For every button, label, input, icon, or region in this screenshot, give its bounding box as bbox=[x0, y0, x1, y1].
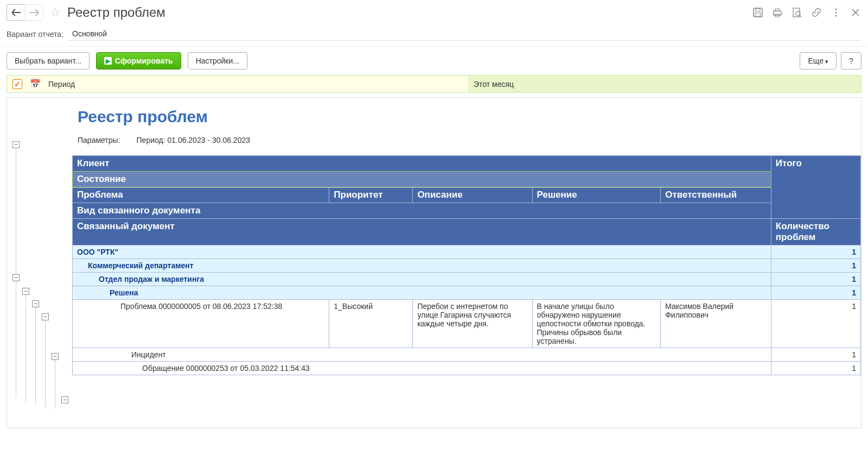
group-count: 1 bbox=[771, 273, 860, 286]
group-count: 1 bbox=[771, 362, 860, 375]
kebab-icon bbox=[834, 7, 838, 18]
group-row-linkeddoc[interactable]: Обращение 0000000253 от 05.03.2022 11:54… bbox=[73, 362, 861, 375]
more-button[interactable]: Еще bbox=[800, 52, 837, 70]
collapse-toggle[interactable]: − bbox=[61, 396, 68, 403]
group-count: 1 bbox=[771, 286, 860, 300]
settings-button[interactable]: Настройки... bbox=[188, 52, 247, 70]
header-priority[interactable]: Приоритет bbox=[329, 187, 413, 203]
close-button[interactable] bbox=[850, 7, 861, 18]
svg-rect-0 bbox=[754, 8, 762, 17]
cell-problem: Проблема 0000000005 от 08.06.2023 17:52:… bbox=[73, 300, 329, 348]
variant-label: Вариант отчета: bbox=[7, 30, 63, 39]
svg-rect-2 bbox=[755, 13, 761, 16]
period-label: Период bbox=[48, 80, 75, 89]
header-linked-doc[interactable]: Связанный документ bbox=[73, 219, 771, 245]
header-problem[interactable]: Проблема bbox=[73, 187, 329, 203]
collapse-toggle[interactable]: − bbox=[12, 141, 20, 148]
close-icon bbox=[851, 8, 860, 17]
svg-point-11 bbox=[835, 15, 837, 16]
print-icon[interactable] bbox=[771, 7, 783, 18]
more-menu-icon[interactable] bbox=[830, 7, 842, 18]
data-row[interactable]: Проблема 0000000005 от 08.06.2023 17:52:… bbox=[73, 300, 861, 348]
generate-button[interactable]: Сформировать bbox=[96, 52, 181, 70]
group-row-client[interactable]: ООО "РТК" 1 bbox=[73, 245, 861, 259]
cell-solution: В начале улицы было обнаружено нарушение… bbox=[532, 300, 661, 348]
variant-value[interactable]: Основной bbox=[68, 27, 861, 41]
header-solution[interactable]: Решение bbox=[532, 187, 661, 203]
header-count[interactable]: Количество проблем bbox=[771, 219, 860, 245]
group-row-doctype[interactable]: Инцидент 1 bbox=[73, 348, 861, 362]
header-description[interactable]: Описание bbox=[413, 187, 532, 203]
cell-description: Перебои с интернетом по улице Гагарина с… bbox=[413, 300, 532, 348]
svg-rect-1 bbox=[756, 9, 760, 11]
period-value[interactable]: Этот месяц bbox=[474, 80, 514, 89]
svg-point-10 bbox=[835, 11, 837, 13]
group-label: ООО "РТК" bbox=[73, 245, 771, 259]
calendar-icon[interactable]: 📅 bbox=[30, 79, 41, 89]
group-row-state[interactable]: Решена 1 bbox=[73, 286, 861, 300]
group-count: 1 bbox=[771, 348, 860, 362]
collapse-toggle[interactable]: − bbox=[12, 274, 20, 281]
group-label: Обращение 0000000253 от 05.03.2022 11:54… bbox=[73, 362, 771, 375]
group-label: Инцидент bbox=[73, 348, 771, 362]
header-responsible[interactable]: Ответственный bbox=[661, 187, 771, 203]
save-icon[interactable] bbox=[752, 7, 764, 18]
favorite-star-icon[interactable]: ☆ bbox=[50, 5, 61, 20]
svg-rect-3 bbox=[774, 11, 781, 15]
header-doc-type[interactable]: Вид связанного документа bbox=[73, 203, 771, 219]
collapse-toggle[interactable]: − bbox=[32, 300, 39, 307]
printer-icon bbox=[772, 7, 783, 18]
report-area[interactable]: − − − − − − − Реестр проблем Параметры: … bbox=[7, 97, 861, 428]
group-label: Коммерческий департамент bbox=[73, 259, 771, 273]
svg-point-9 bbox=[835, 8, 837, 10]
group-row-dept[interactable]: Коммерческий департамент 1 bbox=[73, 259, 861, 273]
group-count: 1 bbox=[771, 259, 860, 273]
header-client[interactable]: Клиент bbox=[73, 156, 771, 172]
generate-button-label: Сформировать bbox=[115, 56, 173, 65]
group-count: 1 bbox=[771, 245, 860, 259]
help-button[interactable]: ? bbox=[841, 52, 861, 70]
report-title: Реестр проблем bbox=[72, 108, 861, 131]
arrow-left-icon bbox=[12, 9, 21, 16]
params-label: Параметры: bbox=[78, 136, 120, 144]
filter-bar: 📅 Период Этот месяц bbox=[7, 75, 861, 93]
page-search-icon bbox=[792, 7, 802, 18]
header-state[interactable]: Состояние bbox=[73, 172, 771, 187]
cell-count: 1 bbox=[771, 300, 860, 348]
group-row-subdept[interactable]: Отдел продаж и маркетинга 1 bbox=[73, 273, 861, 286]
chain-link-icon bbox=[811, 7, 822, 18]
page-title: Реестр проблем bbox=[67, 5, 165, 20]
select-variant-button[interactable]: Выбрать вариант... bbox=[7, 52, 90, 70]
period-checkbox[interactable] bbox=[12, 79, 22, 89]
group-label: Решена bbox=[73, 286, 771, 300]
tree-gutter: − − − − − − − bbox=[7, 98, 72, 428]
floppy-icon bbox=[752, 7, 763, 18]
params-value: Период: 01.06.2023 - 30.06.2023 bbox=[137, 136, 250, 144]
group-label: Отдел продаж и маркетинга bbox=[73, 273, 771, 286]
link-icon[interactable] bbox=[810, 7, 822, 18]
arrow-right-icon bbox=[30, 9, 39, 16]
collapse-toggle[interactable]: − bbox=[52, 353, 59, 360]
header-itogo[interactable]: Итого bbox=[771, 156, 860, 219]
nav-back-button[interactable] bbox=[7, 4, 25, 21]
cell-priority: 1_Высокий bbox=[329, 300, 413, 348]
cell-responsible: Максимов Валерий Филиппович bbox=[661, 300, 771, 348]
report-table: Клиент Итого Состояние Проблема Приорите… bbox=[72, 155, 861, 375]
nav-forward-button[interactable] bbox=[25, 4, 43, 21]
preview-icon[interactable] bbox=[791, 7, 803, 18]
collapse-toggle[interactable]: − bbox=[42, 313, 49, 320]
collapse-toggle[interactable]: − bbox=[22, 288, 29, 295]
